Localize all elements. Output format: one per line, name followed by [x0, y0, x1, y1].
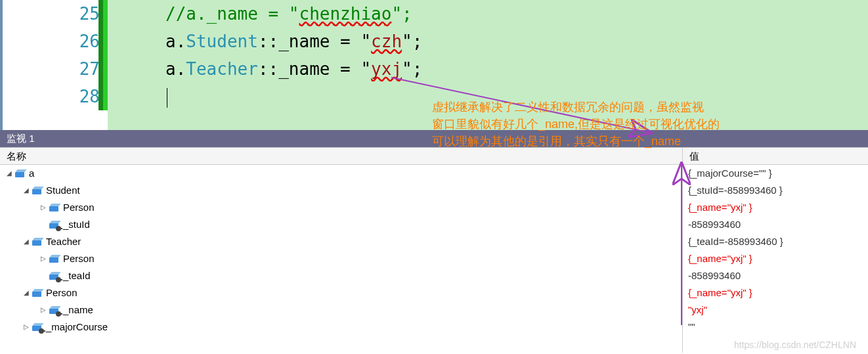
watch-label: _majorCourse — [46, 319, 108, 336]
expand-icon[interactable]: ◢ — [22, 233, 30, 250]
expand-icon[interactable]: ◢ — [22, 182, 30, 199]
watch-name-row[interactable]: ◢Person — [0, 284, 682, 301]
object-icon — [49, 254, 59, 264]
watch-label: _stuId — [63, 216, 90, 233]
watch-value-row[interactable]: {_name="yxj" } — [683, 199, 868, 216]
watch-value-row[interactable]: {_majorCourse="" } — [683, 165, 868, 182]
annotation-text: 虚拟继承解决了二义性和数据冗余的问题，虽然监视 窗口里貌似有好几个_name,但… — [432, 99, 720, 150]
watch-name-row[interactable]: _stuId — [0, 216, 682, 233]
watch-label: a — [29, 165, 34, 182]
empty-row[interactable] — [0, 336, 682, 353]
watch-name-row[interactable]: ◢Student — [0, 182, 682, 199]
watch-label: Student — [46, 182, 80, 199]
line-number: 28 — [79, 87, 100, 106]
comment: //a._name = "chenzhiao"; — [165, 4, 412, 24]
expand-icon[interactable]: ◢ — [22, 284, 30, 301]
field-icon — [32, 322, 42, 332]
watch-value-row[interactable]: {_stuId=-858993460 } — [683, 182, 868, 199]
watch-value-row[interactable]: -858993460 — [683, 216, 868, 233]
watch-value-row[interactable]: "" — [683, 319, 868, 336]
expand-icon[interactable]: ▷ — [22, 319, 30, 336]
watch-label: Person — [63, 199, 95, 216]
watch-name-row[interactable]: ◢a — [0, 165, 682, 182]
watch-value-row[interactable]: {_name="yxj" } — [683, 284, 868, 301]
watch-label: _name — [63, 301, 93, 319]
watch-name-row[interactable]: _teaId — [0, 267, 682, 284]
text-caret — [167, 88, 167, 108]
watch-value-row[interactable]: {_name="yxj" } — [683, 250, 868, 267]
line-gutter: 25 26 27 28 — [3, 0, 108, 130]
line-number: 25 — [79, 4, 100, 24]
watch-value-row[interactable]: -858993460 — [683, 267, 868, 284]
watch-name-row[interactable]: ▷_name — [0, 301, 682, 319]
field-icon — [49, 305, 59, 315]
watch-name-row[interactable]: ▷Person — [0, 199, 682, 216]
watch-value-row[interactable]: {_teaId=-858993460 } — [683, 233, 868, 250]
object-icon — [14, 168, 25, 179]
expand-icon[interactable]: ◢ — [5, 165, 13, 182]
object-icon — [32, 185, 42, 196]
name-header[interactable]: 名称 — [0, 148, 682, 165]
line-number: 26 — [79, 32, 100, 51]
watch-name-row[interactable]: ◢Teacher — [0, 233, 682, 250]
field-icon — [49, 219, 59, 230]
expand-icon[interactable]: ▷ — [39, 199, 47, 216]
watch-panel[interactable]: 名称 ◢a◢Student▷Person_stuId◢Teacher▷Perso… — [0, 147, 868, 353]
watch-label: _teaId — [63, 267, 91, 284]
watch-value-row[interactable]: "yxj" — [683, 301, 868, 319]
value-header[interactable]: 值 — [683, 148, 868, 165]
watermark: https://blog.csdn.net/CZHLNN — [734, 340, 856, 350]
object-icon — [32, 288, 42, 298]
watch-label: Teacher — [46, 233, 81, 250]
expand-icon[interactable]: ▷ — [39, 250, 47, 267]
watch-label: Person — [63, 250, 95, 267]
watch-label: Person — [46, 284, 77, 301]
line-number: 27 — [79, 59, 100, 79]
watch-name-row[interactable]: ▷Person — [0, 250, 682, 267]
expand-icon[interactable]: ▷ — [39, 301, 47, 319]
object-icon — [49, 202, 59, 213]
object-icon — [32, 236, 42, 247]
watch-name-row[interactable]: ▷_majorCourse — [0, 319, 682, 336]
field-icon — [49, 271, 59, 281]
